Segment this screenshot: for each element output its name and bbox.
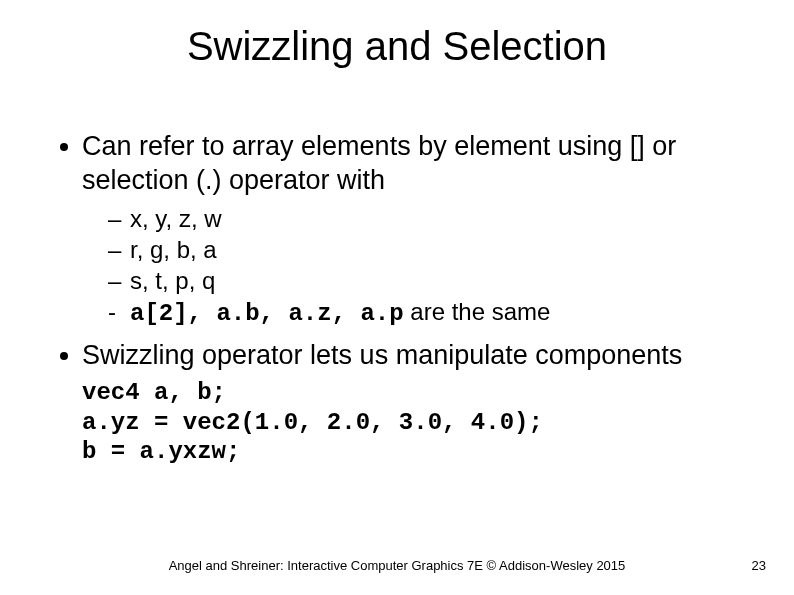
dash-icon: - [108, 297, 130, 329]
slide: Swizzling and Selection Can refer to arr… [0, 0, 794, 595]
code-inline: a[2], a.b, a.z, a.p [130, 300, 404, 327]
bullet-dot-icon [60, 143, 68, 151]
bullet-text: Swizzling operator lets us manipulate co… [82, 339, 682, 373]
bullet-item: Can refer to array elements by element u… [60, 130, 740, 198]
sub-item: - a[2], a.b, a.z, a.p are the same [108, 297, 740, 329]
dash-icon: – [108, 266, 130, 296]
sub-item: – x, y, z, w [108, 204, 740, 234]
sub-text: x, y, z, w [130, 204, 222, 234]
dash-icon: – [108, 204, 130, 234]
dash-icon: – [108, 235, 130, 265]
bullet-text: Can refer to array elements by element u… [82, 130, 740, 198]
sub-item: – s, t, p, q [108, 266, 740, 296]
footer-text: Angel and Shreiner: Interactive Computer… [0, 558, 794, 573]
code-block: vec4 a, b; a.yz = vec2(1.0, 2.0, 3.0, 4.… [82, 378, 740, 466]
sub-item: – r, g, b, a [108, 235, 740, 265]
page-number: 23 [752, 558, 766, 573]
bullet-dot-icon [60, 352, 68, 360]
sub-text: s, t, p, q [130, 266, 215, 296]
slide-title: Swizzling and Selection [0, 24, 794, 69]
sub-text-suffix: are the same [404, 298, 551, 325]
sub-text: r, g, b, a [130, 235, 217, 265]
slide-body: Can refer to array elements by element u… [60, 130, 740, 466]
sub-text: a[2], a.b, a.z, a.p are the same [130, 297, 550, 329]
bullet-item: Swizzling operator lets us manipulate co… [60, 339, 740, 373]
sub-list: – x, y, z, w – r, g, b, a – s, t, p, q -… [108, 204, 740, 329]
